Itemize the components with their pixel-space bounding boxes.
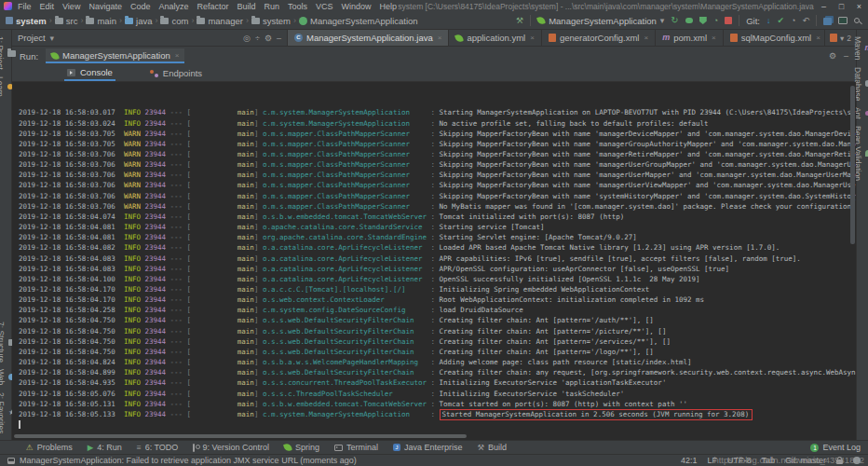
ide-window: FileEditViewNavigateCodeAnalyzeRefactorB… (0, 0, 868, 466)
editor-tab-application-yml[interactable]: application.yml× (449, 30, 542, 46)
hide-panel-icon[interactable]: – (844, 51, 848, 61)
lock-icon[interactable] (836, 459, 843, 464)
tab-console[interactable]: Console (64, 65, 115, 81)
breadcrumb-label: main (97, 16, 116, 26)
menu-navigate[interactable]: Navigate (88, 2, 122, 11)
close-icon[interactable]: × (530, 34, 535, 42)
caret-position[interactable]: 42:1 (681, 456, 698, 465)
indent-style[interactable]: Tab (761, 456, 775, 465)
search-everywhere-icon[interactable] (854, 18, 860, 23)
terminal-window-icon[interactable] (838, 17, 848, 24)
hidden-tabs-indicator[interactable]: ▾ 2 (824, 30, 856, 46)
event-log-label: Event Log (822, 443, 861, 452)
toolbar-button-9-version-control[interactable]: 9: Version Control (193, 443, 269, 452)
profiler-button[interactable]: ◔ (713, 17, 718, 25)
breadcrumb-item-system[interactable]: system (251, 16, 291, 26)
vertical-scrollbar[interactable] (850, 86, 855, 244)
menu-analyze[interactable]: Analyze (158, 2, 188, 11)
close-icon[interactable]: × (175, 51, 180, 60)
stop-button[interactable] (725, 17, 732, 24)
breadcrumb-label: com (171, 16, 188, 26)
close-icon[interactable]: × (816, 34, 821, 42)
recent-files-icon[interactable] (823, 18, 832, 25)
breadcrumb-item-com[interactable]: com (160, 16, 188, 26)
menu-window[interactable]: Window (342, 2, 372, 11)
event-log-button[interactable]: 1 Event Log (810, 443, 861, 452)
locate-file-icon[interactable]: ◎ (243, 34, 251, 43)
toolbar-button-problems[interactable]: ⚠Problems (26, 443, 73, 452)
project-panel-title[interactable]: Project (18, 33, 46, 43)
toolbar-button-java-enterprise[interactable]: JJava Enterprise (393, 443, 463, 452)
breadcrumb-separator: › (49, 16, 52, 25)
menu-tools[interactable]: Tools (288, 2, 307, 11)
class-run-icon (299, 17, 307, 25)
minimize-button[interactable]: – (815, 2, 833, 11)
editor-tab-generatorconfig-xml[interactable]: generatorConfig.xml× (542, 30, 656, 46)
close-icon[interactable]: × (712, 34, 716, 42)
log-message: Root WebApplicationContext: initializati… (440, 295, 704, 304)
breadcrumb-item-java[interactable]: java (125, 16, 152, 26)
rerun-button[interactable]: ↻ (671, 16, 678, 25)
editor-tab-pom-xml[interactable]: mpom.xml× (656, 30, 724, 46)
run-panel-header: Run: ManagerSystemApplication × ⚙ – (12, 47, 856, 65)
menu-file[interactable]: File (18, 2, 32, 11)
menu-code[interactable]: Code (130, 2, 151, 11)
collapse-all-icon[interactable]: ÷ (255, 34, 260, 43)
git-branch[interactable]: Git: master (785, 456, 826, 465)
settings-gear-icon[interactable]: ⚙ (829, 51, 836, 61)
toolwindow-button-label: Maven (853, 36, 862, 61)
breadcrumb-item-main[interactable]: main (86, 16, 116, 26)
coverage-button[interactable] (699, 17, 707, 24)
toolbar-button-terminal[interactable]: Terminal (334, 443, 378, 452)
file-encoding[interactable]: UTF-8 (727, 456, 752, 465)
log-line: 2019-12-18 16:58:04.750 INFO 23944 --- [… (19, 336, 856, 347)
toolbar-divider (816, 15, 817, 26)
menu-refactor[interactable]: Refactor (197, 2, 228, 11)
git-rollback-icon[interactable]: ↶ (802, 16, 809, 25)
git-history-icon[interactable]: ◔ (791, 16, 795, 25)
run-tab[interactable]: ManagerSystemApplication × (46, 48, 184, 63)
hector-inspections-icon[interactable] (853, 457, 861, 464)
toolbar-button-build[interactable]: ⚒Build (477, 443, 507, 452)
run-configuration-select[interactable]: ManagerSystemApplication ▾ (537, 16, 664, 26)
editor-tab-managersystemapplication-java[interactable]: CManagerSystemApplication.java× (288, 30, 449, 46)
breadcrumb-item-manager[interactable]: manager (197, 16, 243, 26)
horizontal-scrollbar[interactable] (14, 434, 467, 438)
close-icon[interactable]: × (644, 34, 648, 42)
menu-build[interactable]: Build (237, 2, 255, 11)
close-icon[interactable]: × (438, 34, 442, 42)
log-message: APR/OpenSSL configuration: useAprConnect… (440, 265, 730, 273)
menu-run[interactable]: Run (264, 2, 280, 11)
menu-help[interactable]: Help (380, 2, 398, 11)
toolwindow-button-maven[interactable]: mMaven (853, 36, 868, 61)
editor-tab-sqlmapconfig-xml[interactable]: sqlMapConfig.xml× (724, 30, 824, 46)
maximize-button[interactable]: □ (833, 2, 850, 11)
settings-gear-icon[interactable]: ⚙ (264, 34, 272, 43)
hide-panel-icon[interactable]: – (277, 34, 281, 43)
console-log[interactable]: 2019-12-18 16:58:03.017 INFO 23944 --- [… (12, 82, 856, 440)
git-update-icon[interactable]: ↓ (766, 16, 771, 25)
line-separator[interactable]: LF (707, 456, 717, 465)
toolbar-button-spring[interactable]: Spring (284, 443, 319, 452)
folder-icon (86, 18, 94, 24)
menu-vcs[interactable]: VCS (316, 2, 333, 11)
git-commit-icon[interactable]: ✔ (777, 16, 784, 25)
tab-endpoints[interactable]: Endpoints (147, 65, 205, 81)
debug-button[interactable] (685, 18, 693, 23)
breadcrumb-item-system[interactable]: system (6, 16, 47, 26)
menu-view[interactable]: View (62, 2, 80, 11)
log-line: 2019-12-18 16:58:04.081 INFO 23944 --- [… (19, 222, 856, 232)
build-hammer-icon[interactable]: ⚒ (516, 16, 523, 25)
toolwindow-toggle-icon[interactable] (7, 458, 15, 464)
breadcrumb-item-src[interactable]: src (55, 16, 78, 26)
toolwindow-button-learn[interactable]: Learn (0, 76, 13, 97)
log-message: Creating filter chain: any request, [org… (440, 368, 856, 377)
log-message: Creating filter chain: Ant [pattern='/au… (440, 316, 654, 324)
breadcrumb-item-managersystemapplication[interactable]: ManagerSystemApplication (299, 16, 418, 26)
toolbar-button-4-run[interactable]: ▶4: Run (88, 443, 122, 452)
log-line: 2019-12-18 16:58:04.100 INFO 23944 --- [… (19, 274, 856, 284)
close-button[interactable]: × (850, 2, 868, 11)
toolbar-button-6-todo[interactable]: ≡6: TODO (137, 443, 179, 452)
menu-edit[interactable]: Edit (40, 2, 55, 11)
toolwindow-buttons: ⚠Problems▶4: Run≡6: TODO9: Version Contr… (26, 443, 507, 452)
